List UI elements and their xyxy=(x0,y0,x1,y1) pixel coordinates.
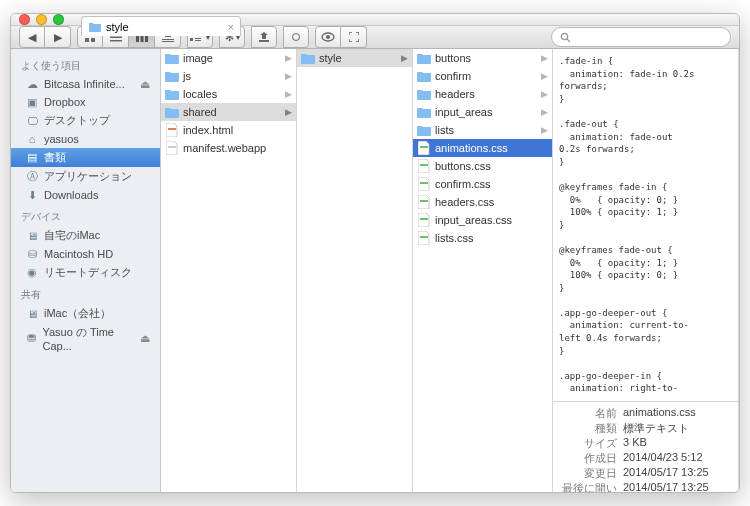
svg-rect-18 xyxy=(195,40,201,41)
sidebar-item[interactable]: 🖥自宅のiMac xyxy=(11,226,160,245)
folder-icon xyxy=(165,51,179,65)
eject-icon[interactable]: ⏏ xyxy=(140,78,150,91)
traffic-lights xyxy=(19,14,64,25)
share-button[interactable] xyxy=(251,26,277,48)
folder-icon xyxy=(417,51,431,65)
file-name: locales xyxy=(183,88,217,100)
file-icon xyxy=(417,195,431,209)
sidebar-item[interactable]: ⛃Yasuo の Time Cap...⏏ xyxy=(11,323,160,354)
close-button[interactable] xyxy=(19,14,30,25)
file-row[interactable]: input_areas.css xyxy=(413,211,552,229)
chevron-right-icon: ▶ xyxy=(541,53,548,63)
folder-icon xyxy=(417,87,431,101)
sidebar-item[interactable]: 🖥iMac（会社） xyxy=(11,304,160,323)
file-icon xyxy=(417,177,431,191)
svg-rect-5 xyxy=(110,37,122,39)
file-row[interactable]: headers.css xyxy=(413,193,552,211)
file-row[interactable]: headers▶ xyxy=(413,85,552,103)
zoom-button[interactable] xyxy=(53,14,64,25)
sidebar-item-label: Dropbox xyxy=(44,96,86,108)
sidebar-item[interactable]: 🖵デスクトップ xyxy=(11,111,160,130)
back-button[interactable]: ◀ xyxy=(19,26,45,48)
sidebar-item-label: Yasuo の Time Cap... xyxy=(42,325,135,352)
folder-icon xyxy=(165,69,179,83)
column-3[interactable]: buttons▶confirm▶headers▶input_areas▶list… xyxy=(413,49,553,493)
file-row[interactable]: buttons▶ xyxy=(413,49,552,67)
file-row[interactable]: shared▶ xyxy=(161,103,296,121)
desktop-icon: 🖵 xyxy=(25,114,39,128)
sidebar-item[interactable]: ⌂yasuos xyxy=(11,130,160,148)
tab-title: style xyxy=(106,21,129,33)
sidebar-item-label: アプリケーション xyxy=(44,169,132,184)
preview-metadata: 名前animations.css 種類標準テキスト サイズ3 KB 作成日201… xyxy=(553,401,738,493)
file-name: js xyxy=(183,70,191,82)
forward-button[interactable]: ▶ xyxy=(45,26,71,48)
svg-point-21 xyxy=(326,35,330,39)
sidebar-item[interactable]: ⬇Downloads xyxy=(11,186,160,204)
quicklook-button[interactable] xyxy=(315,26,341,48)
chevron-right-icon: ▶ xyxy=(541,107,548,117)
minimize-button[interactable] xyxy=(36,14,47,25)
tags-button[interactable] xyxy=(283,26,309,48)
file-name: confirm.css xyxy=(435,178,491,190)
file-icon xyxy=(165,123,179,137)
file-row[interactable]: locales▶ xyxy=(161,85,296,103)
imac-icon: 🖥 xyxy=(25,229,39,243)
eject-icon[interactable]: ⏏ xyxy=(140,332,150,345)
disk-icon: ⛁ xyxy=(25,247,39,261)
tab-close-icon[interactable]: × xyxy=(228,21,234,33)
sidebar-item[interactable]: ◉リモートディスク xyxy=(11,263,160,282)
column-1[interactable]: image▶js▶locales▶shared▶index.htmlmanife… xyxy=(161,49,297,493)
column-view: image▶js▶locales▶shared▶index.htmlmanife… xyxy=(161,49,739,493)
file-name: confirm xyxy=(435,70,471,82)
file-row[interactable]: input_areas▶ xyxy=(413,103,552,121)
file-row[interactable]: animations.css xyxy=(413,139,552,157)
file-name: buttons xyxy=(435,52,471,64)
doc-icon: ▤ xyxy=(25,151,39,165)
file-row[interactable]: manifest.webapp xyxy=(161,139,296,157)
search-field[interactable] xyxy=(551,27,731,47)
chevron-right-icon: ▶ xyxy=(285,107,292,117)
folder-icon xyxy=(88,20,102,34)
file-name: lists.css xyxy=(435,232,474,244)
sidebar-item-label: リモートディスク xyxy=(44,265,132,280)
file-row[interactable]: lists▶ xyxy=(413,121,552,139)
file-row[interactable]: style▶ xyxy=(297,49,412,67)
svg-rect-3 xyxy=(91,38,95,42)
file-row[interactable]: confirm▶ xyxy=(413,67,552,85)
svg-rect-26 xyxy=(420,146,428,148)
home-icon: ⌂ xyxy=(25,132,39,146)
file-row[interactable]: lists.css xyxy=(413,229,552,247)
column-2[interactable]: style▶ xyxy=(297,49,413,493)
chevron-right-icon: ▶ xyxy=(285,89,292,99)
file-name: headers xyxy=(435,88,475,100)
tab[interactable]: style × xyxy=(81,16,241,36)
sidebar-item[interactable]: ▤書類 xyxy=(11,148,160,167)
file-name: headers.css xyxy=(435,196,494,208)
svg-rect-24 xyxy=(168,128,176,130)
file-row[interactable]: buttons.css xyxy=(413,157,552,175)
file-name: lists xyxy=(435,124,454,136)
file-row[interactable]: index.html xyxy=(161,121,296,139)
down-icon: ⬇ xyxy=(25,188,39,202)
file-icon xyxy=(417,231,431,245)
sidebar-item[interactable]: ▣Dropbox xyxy=(11,93,160,111)
sidebar-item[interactable]: ⛁Macintosh HD xyxy=(11,245,160,263)
finder-window: style × ◀ ▶ ▾ ✻▾ よく使う項目☁Bitcasa Infinite… xyxy=(10,13,740,493)
svg-rect-28 xyxy=(420,182,428,184)
sidebar-item-label: iMac（会社） xyxy=(44,306,111,321)
sidebar-item[interactable]: ☁Bitcasa Infinite...⏏ xyxy=(11,75,160,93)
file-name: animations.css xyxy=(435,142,508,154)
sidebar-item[interactable]: Ⓐアプリケーション xyxy=(11,167,160,186)
nav-buttons: ◀ ▶ xyxy=(19,26,71,48)
file-name: style xyxy=(319,52,342,64)
sidebar-item-label: 書類 xyxy=(44,150,66,165)
file-row[interactable]: confirm.css xyxy=(413,175,552,193)
file-row[interactable]: js▶ xyxy=(161,67,296,85)
fullscreen-button[interactable] xyxy=(341,26,367,48)
chevron-right-icon: ▶ xyxy=(285,53,292,63)
sidebar-item-label: Downloads xyxy=(44,189,98,201)
file-row[interactable]: image▶ xyxy=(161,49,296,67)
titlebar: style × xyxy=(11,14,739,26)
file-name: input_areas.css xyxy=(435,214,512,226)
